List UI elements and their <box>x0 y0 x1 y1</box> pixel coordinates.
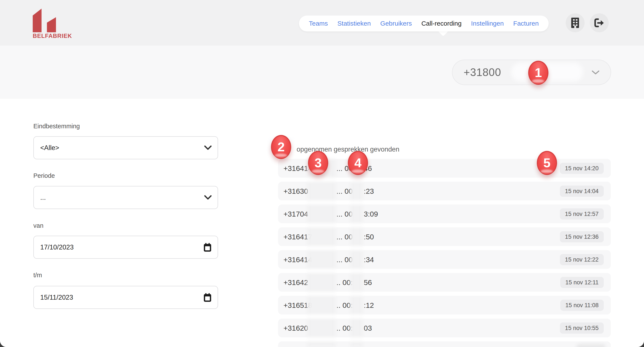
timestamp-chip: 15 nov 14:20 <box>560 163 604 174</box>
tm-date-input[interactable]: 15/11/2023 <box>33 286 218 309</box>
timestamp-chip: 15 nov 12:36 <box>560 231 604 242</box>
blur-strip-duration <box>350 158 363 347</box>
page: BELFABRIEK TeamsStatistiekenGebruikersCa… <box>0 0 644 347</box>
van-date-value: 17/10/2023 <box>40 244 74 251</box>
caller-number: +31704 <box>284 210 308 218</box>
top-bar: BELFABRIEK TeamsStatistiekenGebruikersCa… <box>0 0 644 46</box>
van-label: van <box>33 222 44 229</box>
timestamp-chip: 15 nov 14:04 <box>560 186 604 197</box>
nav-item-instellingen[interactable]: Instellingen <box>471 20 504 27</box>
belfabriek-logo-text: BELFABRIEK <box>33 33 72 40</box>
periode-label: Periode <box>33 172 55 179</box>
eindbestemming-value: <Alle> <box>40 144 59 152</box>
nav-item-facturen[interactable]: Facturen <box>513 20 539 27</box>
belfabriek-logo-icon <box>33 8 58 33</box>
results-summary: opgenomen gesprekken gevonden <box>296 146 399 153</box>
eindbestemming-select[interactable]: <Alle> <box>33 136 218 159</box>
tm-label: t/m <box>33 272 42 279</box>
caller-number: +31642 <box>284 278 308 286</box>
timestamp-chip: 15 nov 12:57 <box>560 208 604 220</box>
blur-strip-phone <box>307 158 336 347</box>
nav-item-call-recording[interactable]: Call-recording <box>422 20 462 27</box>
calendar-icon <box>204 293 212 302</box>
duration-suffix: :23 <box>364 187 374 195</box>
calendar-icon <box>204 242 212 252</box>
logout-button[interactable] <box>590 13 609 32</box>
duration-suffix: :34 <box>364 255 374 264</box>
duration-suffix: 03 <box>364 324 372 332</box>
selected-phone-number: +31800 <box>464 66 501 78</box>
van-date-input[interactable]: 17/10/2023 <box>33 236 218 259</box>
duration-suffix: 3:09 <box>364 210 378 218</box>
chevron-down-icon <box>204 195 212 200</box>
annotation-badge-3: 3 <box>308 151 328 175</box>
duration-suffix: :12 <box>364 301 374 309</box>
annotation-badge-5: 5 <box>537 151 557 175</box>
annotation-badge-1: 1 <box>528 61 548 85</box>
caller-number: +31620 <box>284 324 308 332</box>
caller-number: +31630 <box>284 187 308 195</box>
periode-value: ... <box>40 194 46 202</box>
timestamp-chip: 15 nov 12:22 <box>560 254 604 265</box>
nav-item-gebruikers[interactable]: Gebruikers <box>380 20 412 27</box>
building-icon <box>571 18 580 28</box>
duration-suffix: 56 <box>364 278 372 286</box>
main-nav: TeamsStatistiekenGebruikersCall-recordin… <box>299 16 549 32</box>
periode-select[interactable]: ... <box>33 186 218 209</box>
annotation-badge-2: 2 <box>271 135 291 159</box>
duration-suffix: :50 <box>364 232 374 241</box>
company-button[interactable] <box>566 13 584 32</box>
tm-date-value: 15/11/2023 <box>40 294 73 301</box>
timestamp-chip: 15 nov 10:55 <box>560 322 604 334</box>
nav-item-teams[interactable]: Teams <box>309 20 328 27</box>
blurred-timestamp <box>576 344 605 347</box>
annotation-badge-4: 4 <box>348 151 368 175</box>
eindbestemming-label: Eindbestemming <box>33 123 80 130</box>
chevron-down-icon <box>204 146 212 150</box>
timestamp-chip: 15 nov 12:11 <box>560 277 604 288</box>
timestamp-chip: 15 nov 11:08 <box>560 300 604 311</box>
sign-out-icon <box>594 18 604 27</box>
chevron-down-icon <box>592 70 600 75</box>
nav-item-statistieken[interactable]: Statistieken <box>338 20 371 27</box>
